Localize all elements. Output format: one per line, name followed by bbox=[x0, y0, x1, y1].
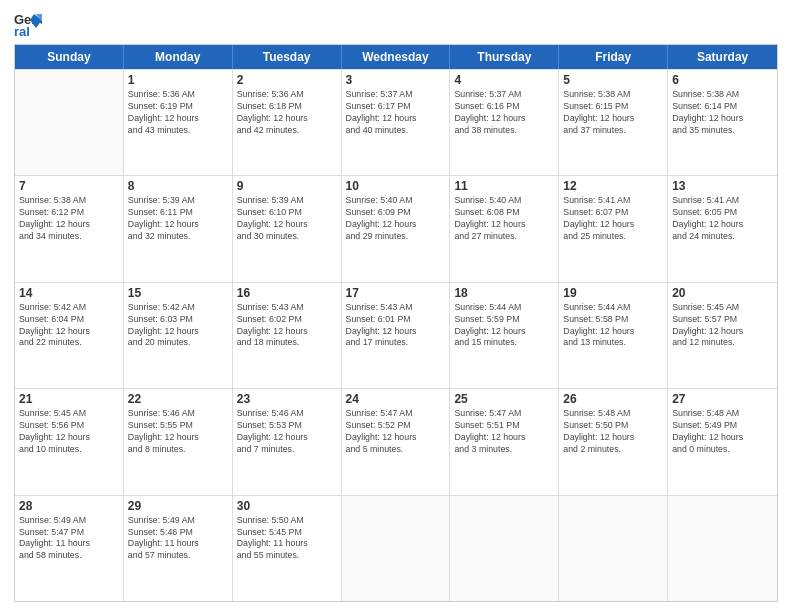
cell-info: Sunrise: 5:36 AM Sunset: 6:18 PM Dayligh… bbox=[237, 89, 337, 137]
cell-info: Sunrise: 5:45 AM Sunset: 5:57 PM Dayligh… bbox=[672, 302, 773, 350]
cal-cell-0-3: 3Sunrise: 5:37 AM Sunset: 6:17 PM Daylig… bbox=[342, 70, 451, 175]
day-number: 3 bbox=[346, 73, 446, 87]
cal-cell-1-0: 7Sunrise: 5:38 AM Sunset: 6:12 PM Daylig… bbox=[15, 176, 124, 281]
day-number: 13 bbox=[672, 179, 773, 193]
cal-cell-2-3: 17Sunrise: 5:43 AM Sunset: 6:01 PM Dayli… bbox=[342, 283, 451, 388]
page: Gene ral SundayMondayTuesdayWednesdayThu… bbox=[0, 0, 792, 612]
cell-info: Sunrise: 5:39 AM Sunset: 6:10 PM Dayligh… bbox=[237, 195, 337, 243]
cal-cell-3-6: 27Sunrise: 5:48 AM Sunset: 5:49 PM Dayli… bbox=[668, 389, 777, 494]
cal-cell-3-3: 24Sunrise: 5:47 AM Sunset: 5:52 PM Dayli… bbox=[342, 389, 451, 494]
cell-info: Sunrise: 5:38 AM Sunset: 6:12 PM Dayligh… bbox=[19, 195, 119, 243]
cell-info: Sunrise: 5:46 AM Sunset: 5:53 PM Dayligh… bbox=[237, 408, 337, 456]
cell-info: Sunrise: 5:40 AM Sunset: 6:08 PM Dayligh… bbox=[454, 195, 554, 243]
cal-cell-3-4: 25Sunrise: 5:47 AM Sunset: 5:51 PM Dayli… bbox=[450, 389, 559, 494]
calendar: SundayMondayTuesdayWednesdayThursdayFrid… bbox=[14, 44, 778, 602]
cal-cell-2-6: 20Sunrise: 5:45 AM Sunset: 5:57 PM Dayli… bbox=[668, 283, 777, 388]
day-number: 14 bbox=[19, 286, 119, 300]
cell-info: Sunrise: 5:49 AM Sunset: 5:46 PM Dayligh… bbox=[128, 515, 228, 563]
cal-cell-3-2: 23Sunrise: 5:46 AM Sunset: 5:53 PM Dayli… bbox=[233, 389, 342, 494]
cal-cell-1-4: 11Sunrise: 5:40 AM Sunset: 6:08 PM Dayli… bbox=[450, 176, 559, 281]
cal-cell-1-1: 8Sunrise: 5:39 AM Sunset: 6:11 PM Daylig… bbox=[124, 176, 233, 281]
logo-icon: Gene ral bbox=[14, 10, 42, 38]
cal-cell-0-5: 5Sunrise: 5:38 AM Sunset: 6:15 PM Daylig… bbox=[559, 70, 668, 175]
cell-info: Sunrise: 5:37 AM Sunset: 6:17 PM Dayligh… bbox=[346, 89, 446, 137]
day-number: 21 bbox=[19, 392, 119, 406]
cal-cell-0-1: 1Sunrise: 5:36 AM Sunset: 6:19 PM Daylig… bbox=[124, 70, 233, 175]
cal-cell-1-2: 9Sunrise: 5:39 AM Sunset: 6:10 PM Daylig… bbox=[233, 176, 342, 281]
day-number: 5 bbox=[563, 73, 663, 87]
day-number: 15 bbox=[128, 286, 228, 300]
cell-info: Sunrise: 5:37 AM Sunset: 6:16 PM Dayligh… bbox=[454, 89, 554, 137]
cell-info: Sunrise: 5:43 AM Sunset: 6:02 PM Dayligh… bbox=[237, 302, 337, 350]
cal-cell-4-3 bbox=[342, 496, 451, 601]
cell-info: Sunrise: 5:39 AM Sunset: 6:11 PM Dayligh… bbox=[128, 195, 228, 243]
day-number: 28 bbox=[19, 499, 119, 513]
day-number: 17 bbox=[346, 286, 446, 300]
weekday-header-thursday: Thursday bbox=[450, 45, 559, 69]
cal-cell-0-0 bbox=[15, 70, 124, 175]
cal-cell-0-2: 2Sunrise: 5:36 AM Sunset: 6:18 PM Daylig… bbox=[233, 70, 342, 175]
weekday-header-friday: Friday bbox=[559, 45, 668, 69]
cal-row-2: 14Sunrise: 5:42 AM Sunset: 6:04 PM Dayli… bbox=[15, 282, 777, 388]
cal-cell-0-4: 4Sunrise: 5:37 AM Sunset: 6:16 PM Daylig… bbox=[450, 70, 559, 175]
day-number: 10 bbox=[346, 179, 446, 193]
cal-row-4: 28Sunrise: 5:49 AM Sunset: 5:47 PM Dayli… bbox=[15, 495, 777, 601]
day-number: 2 bbox=[237, 73, 337, 87]
cal-cell-2-4: 18Sunrise: 5:44 AM Sunset: 5:59 PM Dayli… bbox=[450, 283, 559, 388]
cell-info: Sunrise: 5:47 AM Sunset: 5:51 PM Dayligh… bbox=[454, 408, 554, 456]
cal-cell-3-0: 21Sunrise: 5:45 AM Sunset: 5:56 PM Dayli… bbox=[15, 389, 124, 494]
cal-cell-3-1: 22Sunrise: 5:46 AM Sunset: 5:55 PM Dayli… bbox=[124, 389, 233, 494]
cell-info: Sunrise: 5:42 AM Sunset: 6:04 PM Dayligh… bbox=[19, 302, 119, 350]
cell-info: Sunrise: 5:36 AM Sunset: 6:19 PM Dayligh… bbox=[128, 89, 228, 137]
logo: Gene ral bbox=[14, 10, 46, 38]
cell-info: Sunrise: 5:38 AM Sunset: 6:14 PM Dayligh… bbox=[672, 89, 773, 137]
day-number: 30 bbox=[237, 499, 337, 513]
cell-info: Sunrise: 5:49 AM Sunset: 5:47 PM Dayligh… bbox=[19, 515, 119, 563]
cal-cell-4-5 bbox=[559, 496, 668, 601]
day-number: 9 bbox=[237, 179, 337, 193]
weekday-header-monday: Monday bbox=[124, 45, 233, 69]
cell-info: Sunrise: 5:38 AM Sunset: 6:15 PM Dayligh… bbox=[563, 89, 663, 137]
cal-cell-4-6 bbox=[668, 496, 777, 601]
day-number: 26 bbox=[563, 392, 663, 406]
svg-text:ral: ral bbox=[14, 24, 30, 38]
cell-info: Sunrise: 5:47 AM Sunset: 5:52 PM Dayligh… bbox=[346, 408, 446, 456]
cal-cell-4-1: 29Sunrise: 5:49 AM Sunset: 5:46 PM Dayli… bbox=[124, 496, 233, 601]
cell-info: Sunrise: 5:40 AM Sunset: 6:09 PM Dayligh… bbox=[346, 195, 446, 243]
day-number: 27 bbox=[672, 392, 773, 406]
cal-row-0: 1Sunrise: 5:36 AM Sunset: 6:19 PM Daylig… bbox=[15, 69, 777, 175]
cal-cell-3-5: 26Sunrise: 5:48 AM Sunset: 5:50 PM Dayli… bbox=[559, 389, 668, 494]
day-number: 1 bbox=[128, 73, 228, 87]
cal-cell-1-5: 12Sunrise: 5:41 AM Sunset: 6:07 PM Dayli… bbox=[559, 176, 668, 281]
cal-cell-4-2: 30Sunrise: 5:50 AM Sunset: 5:45 PM Dayli… bbox=[233, 496, 342, 601]
day-number: 6 bbox=[672, 73, 773, 87]
day-number: 11 bbox=[454, 179, 554, 193]
cal-cell-4-4 bbox=[450, 496, 559, 601]
calendar-header: SundayMondayTuesdayWednesdayThursdayFrid… bbox=[15, 45, 777, 69]
header: Gene ral bbox=[14, 10, 778, 38]
cell-info: Sunrise: 5:41 AM Sunset: 6:05 PM Dayligh… bbox=[672, 195, 773, 243]
day-number: 16 bbox=[237, 286, 337, 300]
cell-info: Sunrise: 5:45 AM Sunset: 5:56 PM Dayligh… bbox=[19, 408, 119, 456]
cal-cell-2-2: 16Sunrise: 5:43 AM Sunset: 6:02 PM Dayli… bbox=[233, 283, 342, 388]
cal-cell-4-0: 28Sunrise: 5:49 AM Sunset: 5:47 PM Dayli… bbox=[15, 496, 124, 601]
cell-info: Sunrise: 5:42 AM Sunset: 6:03 PM Dayligh… bbox=[128, 302, 228, 350]
day-number: 18 bbox=[454, 286, 554, 300]
cal-cell-1-6: 13Sunrise: 5:41 AM Sunset: 6:05 PM Dayli… bbox=[668, 176, 777, 281]
cell-info: Sunrise: 5:44 AM Sunset: 5:59 PM Dayligh… bbox=[454, 302, 554, 350]
day-number: 20 bbox=[672, 286, 773, 300]
day-number: 19 bbox=[563, 286, 663, 300]
weekday-header-tuesday: Tuesday bbox=[233, 45, 342, 69]
weekday-header-saturday: Saturday bbox=[668, 45, 777, 69]
cell-info: Sunrise: 5:50 AM Sunset: 5:45 PM Dayligh… bbox=[237, 515, 337, 563]
day-number: 7 bbox=[19, 179, 119, 193]
day-number: 22 bbox=[128, 392, 228, 406]
cal-cell-0-6: 6Sunrise: 5:38 AM Sunset: 6:14 PM Daylig… bbox=[668, 70, 777, 175]
cal-row-1: 7Sunrise: 5:38 AM Sunset: 6:12 PM Daylig… bbox=[15, 175, 777, 281]
cell-info: Sunrise: 5:41 AM Sunset: 6:07 PM Dayligh… bbox=[563, 195, 663, 243]
day-number: 24 bbox=[346, 392, 446, 406]
cell-info: Sunrise: 5:43 AM Sunset: 6:01 PM Dayligh… bbox=[346, 302, 446, 350]
day-number: 4 bbox=[454, 73, 554, 87]
cal-cell-1-3: 10Sunrise: 5:40 AM Sunset: 6:09 PM Dayli… bbox=[342, 176, 451, 281]
cal-cell-2-1: 15Sunrise: 5:42 AM Sunset: 6:03 PM Dayli… bbox=[124, 283, 233, 388]
